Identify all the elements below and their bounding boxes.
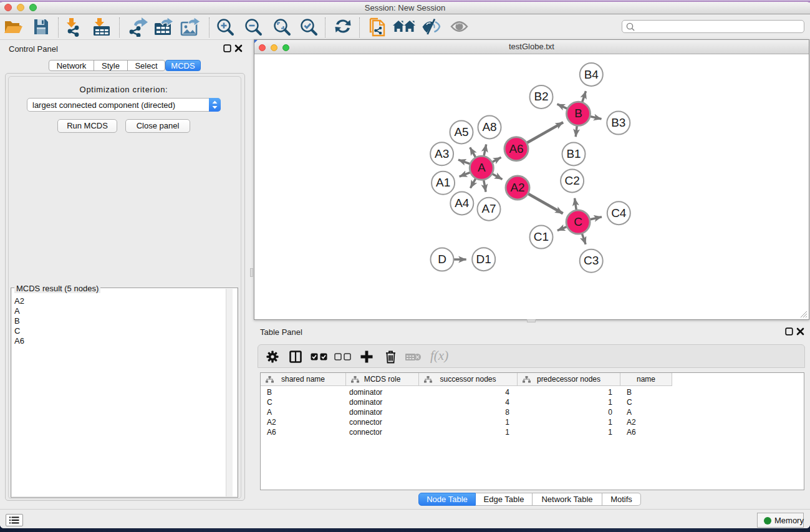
svg-text:B1: B1 bbox=[566, 147, 581, 160]
svg-text:A6: A6 bbox=[509, 142, 523, 155]
svg-text:A4: A4 bbox=[455, 196, 470, 210]
svg-text:C1: C1 bbox=[534, 230, 549, 243]
svg-text:C3: C3 bbox=[584, 254, 599, 267]
svg-text:C: C bbox=[574, 215, 582, 228]
svg-text:A: A bbox=[478, 161, 486, 174]
svg-text:B: B bbox=[574, 107, 582, 120]
svg-text:D: D bbox=[438, 253, 446, 266]
svg-text:C4: C4 bbox=[611, 206, 627, 220]
svg-text:D1: D1 bbox=[476, 253, 491, 266]
svg-text:A5: A5 bbox=[454, 125, 468, 138]
svg-text:A2: A2 bbox=[510, 181, 524, 194]
svg-text:A7: A7 bbox=[481, 202, 496, 215]
svg-text:B4: B4 bbox=[584, 68, 599, 81]
svg-text:A1: A1 bbox=[436, 176, 450, 189]
svg-text:A3: A3 bbox=[435, 147, 449, 160]
svg-text:A8: A8 bbox=[482, 120, 496, 133]
svg-text:C2: C2 bbox=[564, 174, 579, 187]
svg-text:B2: B2 bbox=[534, 90, 548, 103]
svg-text:B3: B3 bbox=[611, 116, 625, 129]
